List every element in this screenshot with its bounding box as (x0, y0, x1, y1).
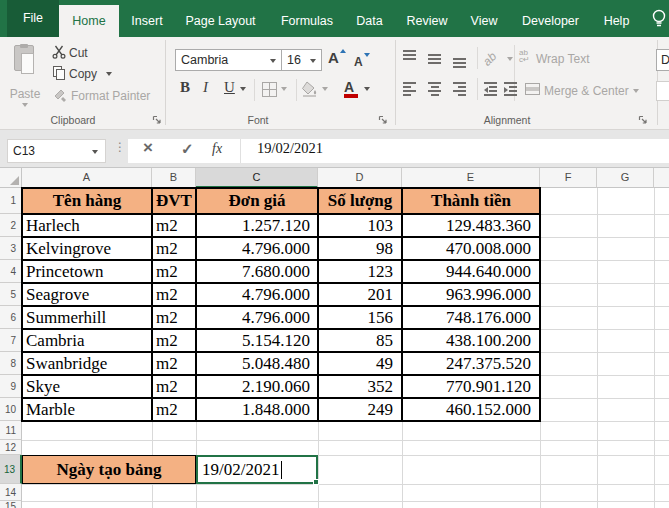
borders-button[interactable] (262, 82, 277, 97)
formula-input[interactable]: 19/02/2021 (257, 140, 323, 157)
cancel-button[interactable]: × (143, 138, 153, 158)
table-cell[interactable]: 352 (318, 375, 402, 398)
table-cell[interactable]: 4.796.000 (196, 237, 318, 260)
table-cell[interactable]: 7.680.000 (196, 260, 318, 283)
table-cell[interactable]: 156 (318, 306, 402, 329)
row-header-6[interactable]: 6 (0, 306, 22, 329)
fill-color-icon[interactable] (302, 81, 319, 97)
table-cell[interactable]: m2 (152, 352, 196, 375)
paste-button[interactable]: Paste (8, 43, 42, 105)
table-cell[interactable]: m2 (152, 329, 196, 352)
underline-button[interactable]: U (224, 79, 238, 99)
font-name-combobox[interactable]: Cambria (175, 49, 282, 71)
table-cell[interactable]: 98 (318, 237, 402, 260)
orientation-dropdown[interactable] (507, 57, 513, 61)
insert-function-button[interactable]: fx (212, 141, 222, 157)
table-cell[interactable]: 963.996.000 (402, 283, 540, 306)
table-cell[interactable]: Kelvingrove (22, 237, 152, 260)
footer-label-cell[interactable]: Ngày tạo bảng (22, 455, 196, 484)
table-cell[interactable]: 247.375.520 (402, 352, 540, 375)
table-cell[interactable]: 103 (318, 214, 402, 237)
select-all-corner[interactable] (0, 168, 22, 188)
table-cell[interactable]: 249 (318, 398, 402, 421)
decrease-indent-icon[interactable] (484, 82, 501, 99)
table-cell[interactable]: Harlech (22, 214, 152, 237)
fill-color-dropdown[interactable] (322, 87, 328, 91)
table-cell[interactable]: m2 (152, 237, 196, 260)
column-header-A[interactable]: A (22, 168, 152, 188)
borders-dropdown[interactable] (281, 87, 287, 91)
number-button-fragment[interactable] (656, 81, 669, 101)
row-header-1[interactable]: 1 (0, 188, 22, 214)
table-cell[interactable]: 85 (318, 329, 402, 352)
underline-dropdown[interactable] (240, 87, 246, 91)
align-left-icon[interactable] (403, 82, 420, 99)
table-cell[interactable]: Seagrove (22, 283, 152, 306)
tab-developer[interactable]: Developer (505, 5, 596, 37)
table-header-cell[interactable]: Đơn giá (196, 188, 318, 214)
table-cell[interactable]: Summerhill (22, 306, 152, 329)
tab-data[interactable]: Data (348, 5, 391, 37)
column-header-F[interactable]: F (540, 168, 597, 188)
table-cell[interactable]: 4.796.000 (196, 283, 318, 306)
row-header-15[interactable]: 15 (0, 501, 22, 508)
font-color-button[interactable]: A (344, 78, 360, 98)
column-header-partial[interactable] (654, 168, 669, 188)
column-header-B[interactable]: B (152, 168, 196, 188)
table-cell[interactable]: 201 (318, 283, 402, 306)
align-middle-icon[interactable] (428, 50, 445, 67)
table-header-cell[interactable]: ĐVT (152, 188, 196, 214)
table-cell[interactable]: 1.848.000 (196, 398, 318, 421)
align-top-icon[interactable] (403, 50, 420, 67)
tell-me-lightbulb-icon[interactable] (650, 8, 668, 30)
column-header-D[interactable]: D (318, 168, 402, 188)
table-cell[interactable]: 2.190.060 (196, 375, 318, 398)
table-header-cell[interactable]: Thành tiền (402, 188, 540, 214)
grow-font-button[interactable]: A (328, 49, 346, 69)
table-cell[interactable]: 748.176.000 (402, 306, 540, 329)
table-cell[interactable]: m2 (152, 214, 196, 237)
font-dialog-launcher[interactable] (378, 115, 388, 125)
row-header-7[interactable]: 7 (0, 329, 22, 352)
row-header-8[interactable]: 8 (0, 352, 22, 375)
table-header-cell[interactable]: Số lượng (318, 188, 402, 214)
table-cell[interactable]: Swanbridge (22, 352, 152, 375)
bold-button[interactable]: B (180, 79, 196, 99)
name-box[interactable]: C13 (7, 139, 106, 163)
table-cell[interactable]: 49 (318, 352, 402, 375)
increase-indent-icon[interactable] (504, 82, 521, 99)
tab-formulas[interactable]: Formulas (266, 5, 348, 37)
tab-help[interactable]: Help (596, 5, 637, 37)
table-cell[interactable]: 944.640.000 (402, 260, 540, 283)
merge-center-button[interactable]: Merge & Center (525, 82, 655, 102)
number-format-combobox[interactable]: D (656, 49, 669, 71)
row-header-11[interactable]: 11 (0, 421, 22, 440)
clipboard-dialog-launcher[interactable] (152, 115, 162, 125)
row-header-14[interactable]: 14 (0, 484, 22, 501)
table-cell[interactable]: Cambria (22, 329, 152, 352)
wrap-text-button[interactable]: abc↵ Wrap Text (519, 49, 609, 69)
font-size-combobox[interactable]: 16 (281, 49, 322, 71)
row-header-2[interactable]: 2 (0, 214, 22, 237)
tab-home[interactable]: Home (59, 5, 119, 37)
table-cell[interactable]: 770.901.120 (402, 375, 540, 398)
format-painter-button[interactable]: Format Painter (54, 88, 164, 104)
table-cell[interactable]: 470.008.000 (402, 237, 540, 260)
cut-button[interactable]: Cut (52, 45, 112, 61)
copy-button[interactable]: Copy (52, 66, 122, 82)
enter-button[interactable]: ✓ (181, 140, 194, 158)
row-header-9[interactable]: 9 (0, 375, 22, 398)
alignment-dialog-launcher[interactable] (638, 115, 648, 125)
table-cell[interactable]: Skye (22, 375, 152, 398)
tab-insert[interactable]: Insert (119, 5, 175, 37)
table-cell[interactable]: 5.048.480 (196, 352, 318, 375)
align-center-icon[interactable] (428, 82, 445, 99)
table-cell[interactable]: Princetown (22, 260, 152, 283)
row-header-5[interactable]: 5 (0, 283, 22, 306)
table-cell[interactable]: 460.152.000 (402, 398, 540, 421)
italic-button[interactable]: I (203, 79, 215, 99)
align-bottom-icon[interactable] (453, 50, 470, 67)
table-cell[interactable]: 129.483.360 (402, 214, 540, 237)
table-cell[interactable]: m2 (152, 283, 196, 306)
font-color-dropdown[interactable] (364, 87, 370, 91)
